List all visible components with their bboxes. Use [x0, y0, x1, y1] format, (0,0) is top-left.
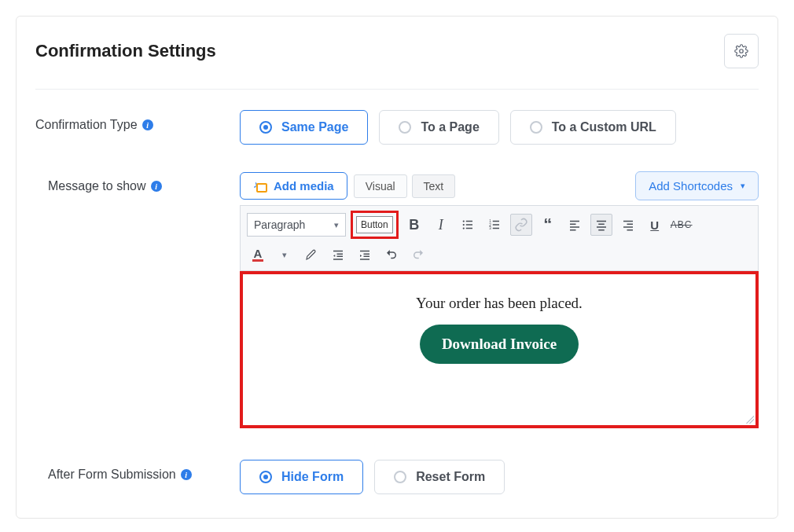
- svg-rect-15: [570, 226, 579, 228]
- after-submission-hide-form[interactable]: Hide Form: [240, 460, 363, 494]
- svg-text:3: 3: [489, 226, 491, 230]
- resize-handle[interactable]: [746, 416, 754, 424]
- svg-rect-31: [364, 256, 370, 258]
- indent-button[interactable]: [354, 244, 376, 266]
- canvas-message-text: Your order has been placed.: [416, 295, 583, 312]
- svg-rect-6: [465, 228, 472, 229]
- media-icon: [253, 180, 267, 193]
- confirmation-type-same-page[interactable]: Same Page: [240, 110, 368, 145]
- add-shortcodes-button[interactable]: Add Shortcodes ▾: [635, 171, 759, 200]
- page-title: Confirmation Settings: [35, 41, 216, 61]
- svg-rect-26: [337, 254, 344, 255]
- editor-toolbar: Paragraph ▾ Button B I 123: [240, 205, 759, 271]
- info-icon[interactable]: i: [181, 469, 192, 480]
- bulleted-list-button[interactable]: [457, 214, 479, 236]
- underline-button[interactable]: U: [644, 214, 666, 236]
- svg-rect-4: [465, 224, 472, 226]
- svg-rect-16: [570, 229, 576, 231]
- svg-rect-13: [570, 221, 579, 222]
- confirmation-type-to-custom-url[interactable]: To a Custom URL: [510, 110, 676, 145]
- text-color-button[interactable]: A: [247, 244, 269, 266]
- svg-point-0: [740, 50, 744, 53]
- radio-icon: [394, 471, 406, 483]
- svg-rect-10: [492, 224, 498, 226]
- svg-point-3: [462, 224, 464, 226]
- svg-rect-30: [364, 254, 370, 255]
- link-button[interactable]: [510, 214, 532, 236]
- text-color-dropdown[interactable]: ▾: [274, 244, 296, 266]
- svg-rect-17: [597, 221, 606, 222]
- svg-rect-29: [360, 251, 369, 252]
- bold-button[interactable]: B: [403, 214, 425, 236]
- svg-rect-28: [333, 259, 343, 260]
- radio-icon: [399, 121, 411, 134]
- svg-rect-18: [598, 224, 605, 226]
- svg-rect-23: [623, 226, 633, 228]
- button-chip-highlight: Button: [351, 211, 399, 239]
- svg-point-1: [462, 220, 464, 222]
- svg-rect-19: [597, 226, 606, 228]
- info-icon[interactable]: i: [151, 181, 162, 192]
- info-icon[interactable]: i: [142, 119, 153, 130]
- svg-rect-32: [360, 259, 369, 260]
- svg-rect-8: [492, 221, 498, 222]
- svg-rect-21: [623, 221, 633, 222]
- blockquote-button[interactable]: “: [537, 214, 559, 236]
- svg-rect-25: [333, 251, 343, 252]
- svg-rect-14: [570, 224, 576, 226]
- confirmation-type-label: Confirmation Type i: [35, 110, 240, 132]
- undo-button[interactable]: [380, 244, 403, 266]
- format-select[interactable]: Paragraph ▾: [247, 213, 346, 237]
- align-left-button[interactable]: [564, 214, 586, 236]
- add-media-button[interactable]: Add media: [240, 172, 347, 200]
- svg-rect-22: [627, 224, 633, 226]
- svg-rect-2: [465, 221, 472, 222]
- gear-icon: [734, 44, 748, 58]
- svg-rect-24: [627, 229, 633, 231]
- editor-canvas[interactable]: Your order has been placed. Download Inv…: [240, 271, 759, 428]
- italic-button[interactable]: I: [430, 214, 452, 236]
- outdent-button[interactable]: [327, 244, 349, 266]
- chevron-down-icon: ▾: [334, 220, 339, 230]
- strikethrough-button[interactable]: ABC: [671, 214, 693, 236]
- svg-rect-12: [492, 228, 498, 229]
- svg-point-5: [462, 227, 464, 229]
- after-submission-reset-form[interactable]: Reset Form: [374, 460, 505, 494]
- message-to-show-label: Message to show i: [35, 171, 240, 193]
- redo-button[interactable]: [407, 244, 429, 266]
- download-invoice-button[interactable]: Download Invoice: [420, 325, 579, 364]
- editor-tab-visual[interactable]: Visual: [354, 174, 407, 198]
- radio-icon: [259, 121, 272, 134]
- numbered-list-button[interactable]: 123: [483, 214, 505, 236]
- after-form-submission-label: After Form Submission i: [35, 460, 240, 482]
- radio-icon: [259, 471, 272, 483]
- insert-button-tool[interactable]: Button: [356, 216, 393, 233]
- confirmation-type-to-page[interactable]: To a Page: [379, 110, 498, 145]
- editor-tab-text[interactable]: Text: [412, 174, 456, 198]
- align-center-button[interactable]: [590, 214, 612, 236]
- svg-rect-20: [598, 229, 605, 231]
- settings-gear-button[interactable]: [724, 34, 759, 68]
- align-right-button[interactable]: [617, 214, 639, 236]
- clear-formatting-button[interactable]: [300, 244, 322, 266]
- chevron-down-icon: ▾: [741, 181, 745, 191]
- svg-rect-27: [337, 256, 344, 258]
- radio-icon: [530, 121, 542, 134]
